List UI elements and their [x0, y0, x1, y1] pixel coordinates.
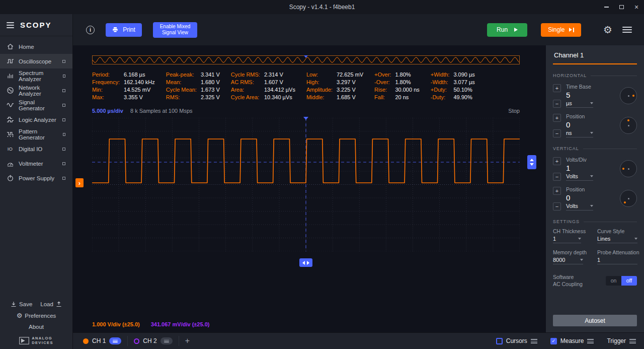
- measurement-value: 1.685 V: [337, 94, 363, 100]
- ch-thickness-select[interactable]: 1: [553, 236, 581, 243]
- autoset-button[interactable]: Autoset: [553, 315, 637, 326]
- restore-button[interactable]: [614, 0, 629, 14]
- minimize-button[interactable]: [599, 0, 614, 14]
- measure-menu-icon[interactable]: [587, 339, 594, 343]
- v-position-value[interactable]: 0: [566, 193, 593, 202]
- sidebar-item-signal-generator[interactable]: Signal Generator: [0, 98, 72, 112]
- volts-div-decrement-button[interactable]: −: [553, 173, 561, 181]
- load-button[interactable]: Load: [40, 301, 62, 307]
- measurement-label: High:: [306, 79, 333, 85]
- channel-settings-panel: Channel 1 HORIZONTAL + − Time Base 5: [546, 45, 644, 332]
- detach-indicator[interactable]: [63, 75, 65, 78]
- curve-style-select[interactable]: Lines: [597, 236, 637, 243]
- ac-coupling-on-button[interactable]: on: [606, 276, 621, 286]
- detach-indicator[interactable]: [62, 60, 65, 63]
- cursors-tool[interactable]: Cursors: [496, 337, 537, 344]
- sidebar-item-logic-analyzer[interactable]: Logic Analyzer: [0, 112, 72, 127]
- ch1-settings-toggle[interactable]: [109, 337, 121, 344]
- cursors-checkbox[interactable]: [496, 338, 503, 344]
- sidebar-item-home[interactable]: Home: [0, 39, 72, 54]
- print-button[interactable]: Print: [106, 23, 142, 37]
- trigger-menu-icon[interactable]: [629, 339, 636, 343]
- volts-div-value[interactable]: 1: [566, 164, 593, 172]
- measurement-label: Rise:: [374, 87, 391, 93]
- detach-indicator[interactable]: [62, 148, 65, 151]
- measure-tool[interactable]: ✓ Measure: [550, 337, 594, 344]
- chevron-down-icon: [590, 175, 593, 177]
- v-position-increment-button[interactable]: +: [553, 187, 561, 195]
- volts-div-increment-button[interactable]: +: [553, 157, 561, 165]
- sidebar-footer: Save Load ⚙ Preferences About: [0, 301, 72, 349]
- sidebar-item-digital-io[interactable]: IODigital IO: [0, 142, 72, 156]
- v-position-label: Position: [566, 186, 593, 192]
- h-position-knob[interactable]: [620, 117, 637, 134]
- detach-indicator[interactable]: [62, 104, 65, 107]
- measurement-column: +Width:3.090 µs-Width:3.077 µs+Duty:50.1…: [431, 72, 475, 100]
- preview-trigger-marker[interactable]: [304, 55, 308, 58]
- panel-toggle-icon[interactable]: [622, 27, 632, 33]
- measure-checkbox[interactable]: ✓: [550, 338, 557, 344]
- channel-panel-title[interactable]: Channel 1: [553, 50, 637, 63]
- sidebar-item-network-analyzer[interactable]: Network Analyzer: [0, 83, 72, 98]
- save-button[interactable]: Save: [11, 301, 32, 307]
- preferences-button[interactable]: ⚙ Preferences: [17, 312, 56, 319]
- info-icon[interactable]: i: [86, 26, 95, 34]
- detach-indicator[interactable]: [63, 133, 65, 136]
- v-position-decrement-button[interactable]: −: [553, 202, 561, 211]
- oscilloscope-plot[interactable]: ›: [92, 118, 520, 251]
- probe-attenuation-input[interactable]: 1: [597, 257, 637, 264]
- detach-indicator[interactable]: [62, 89, 65, 92]
- trigger-position-marker[interactable]: [303, 117, 308, 120]
- measurement-value: 2.314 V: [264, 72, 295, 78]
- measurement-value: 49.90%: [453, 94, 474, 100]
- acquisition-preview[interactable]: [92, 55, 520, 64]
- measurement-value: 162.140 kHz: [124, 79, 155, 85]
- time-base-value[interactable]: 5: [566, 91, 593, 99]
- time-base-unit-select[interactable]: µs: [566, 100, 593, 108]
- time-base-increment-button[interactable]: +: [553, 84, 561, 92]
- h-position-unit-select[interactable]: ns: [566, 130, 593, 137]
- spectrum-analyzer-icon: [7, 72, 14, 80]
- time-base-decrement-button[interactable]: −: [553, 100, 561, 108]
- run-button[interactable]: Run: [487, 23, 527, 37]
- channel2-tab[interactable]: CH 2: [128, 336, 179, 346]
- ac-coupling-off-button[interactable]: off: [621, 276, 637, 286]
- menu-toggle-icon[interactable]: [7, 22, 14, 28]
- cursors-menu-icon[interactable]: [531, 339, 537, 343]
- h-position-decrement-button[interactable]: −: [553, 129, 561, 137]
- add-channel-button[interactable]: +: [185, 336, 190, 345]
- trigger-level-handle[interactable]: [527, 155, 536, 169]
- channel1-offset-handle[interactable]: ›: [75, 178, 84, 187]
- sidebar-item-oscilloscope[interactable]: Oscilloscope: [0, 54, 72, 68]
- single-button[interactable]: Single: [541, 23, 581, 37]
- measurement-value: 14.525 mV: [124, 87, 155, 93]
- gear-icon: ⚙: [17, 312, 23, 319]
- volts-div-unit-select[interactable]: Volts: [566, 173, 593, 181]
- h-position-increment-button[interactable]: +: [553, 114, 561, 122]
- mixed-signal-button[interactable]: Enable Mixed Signal View: [153, 22, 197, 38]
- channel1-tab[interactable]: CH 1: [77, 336, 128, 346]
- time-base-knob[interactable]: [620, 87, 637, 104]
- detach-indicator[interactable]: [62, 118, 65, 121]
- h-position-value[interactable]: 0: [566, 120, 593, 129]
- trigger-position-handle[interactable]: [299, 258, 312, 267]
- detach-indicator[interactable]: [62, 177, 65, 180]
- cursors-label: Cursors: [506, 337, 527, 344]
- titlebar: Scopy - v1.4.1 - f4beeb1 ×: [0, 0, 644, 14]
- sidebar-item-label: Power Supply: [19, 175, 54, 181]
- sidebar-item-voltmeter[interactable]: Voltmeter: [0, 156, 72, 171]
- close-button[interactable]: ×: [629, 0, 644, 14]
- measurement-value: 10.340 µVs: [264, 94, 295, 100]
- sidebar-item-power-supply[interactable]: Power Supply: [0, 171, 72, 185]
- sidebar-item-spectrum-analyzer[interactable]: Spectrum Analyzer: [0, 68, 72, 83]
- detach-indicator[interactable]: [62, 162, 65, 165]
- memory-depth-select[interactable]: 8000: [553, 257, 583, 264]
- settings-gear-icon[interactable]: ⚙: [603, 25, 612, 35]
- v-position-unit-select[interactable]: Volts: [566, 203, 593, 211]
- sidebar-item-pattern-generator[interactable]: Pattern Generator: [0, 127, 72, 142]
- ch2-settings-toggle[interactable]: [160, 337, 173, 344]
- volts-div-knob[interactable]: [620, 160, 637, 177]
- about-link[interactable]: About: [29, 324, 44, 330]
- trigger-tool[interactable]: Trigger: [607, 337, 636, 344]
- v-position-knob[interactable]: [620, 190, 637, 207]
